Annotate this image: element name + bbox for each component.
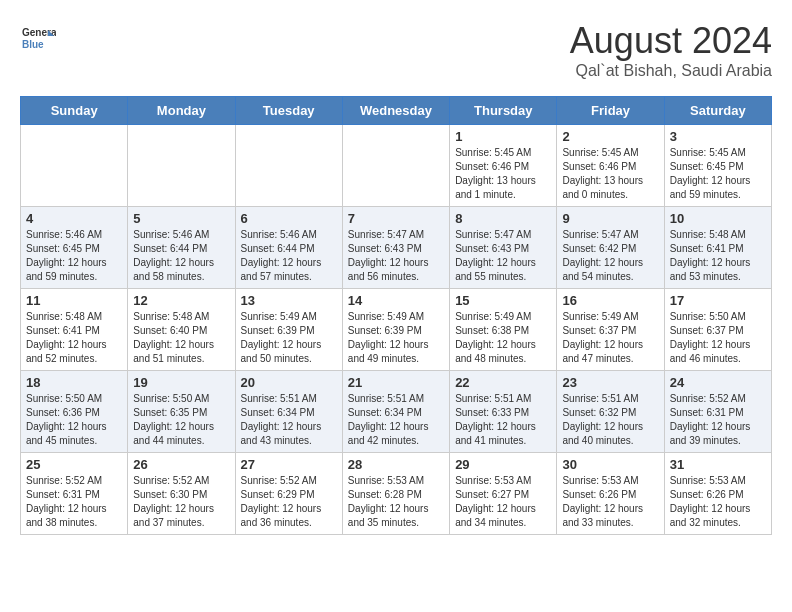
day-info: Sunrise: 5:45 AM Sunset: 6:45 PM Dayligh… xyxy=(670,146,766,202)
day-number: 12 xyxy=(133,293,229,308)
weekday-header-monday: Monday xyxy=(128,97,235,125)
day-cell-4: 4Sunrise: 5:46 AM Sunset: 6:45 PM Daylig… xyxy=(21,207,128,289)
weekday-header-wednesday: Wednesday xyxy=(342,97,449,125)
weekday-header-thursday: Thursday xyxy=(450,97,557,125)
week-row-5: 25Sunrise: 5:52 AM Sunset: 6:31 PM Dayli… xyxy=(21,453,772,535)
day-cell-19: 19Sunrise: 5:50 AM Sunset: 6:35 PM Dayli… xyxy=(128,371,235,453)
day-cell-25: 25Sunrise: 5:52 AM Sunset: 6:31 PM Dayli… xyxy=(21,453,128,535)
day-number: 14 xyxy=(348,293,444,308)
svg-text:General: General xyxy=(22,27,56,38)
day-info: Sunrise: 5:53 AM Sunset: 6:26 PM Dayligh… xyxy=(562,474,658,530)
empty-cell xyxy=(128,125,235,207)
day-info: Sunrise: 5:52 AM Sunset: 6:31 PM Dayligh… xyxy=(26,474,122,530)
day-number: 1 xyxy=(455,129,551,144)
day-info: Sunrise: 5:47 AM Sunset: 6:43 PM Dayligh… xyxy=(455,228,551,284)
day-cell-15: 15Sunrise: 5:49 AM Sunset: 6:38 PM Dayli… xyxy=(450,289,557,371)
day-number: 21 xyxy=(348,375,444,390)
day-number: 30 xyxy=(562,457,658,472)
day-cell-12: 12Sunrise: 5:48 AM Sunset: 6:40 PM Dayli… xyxy=(128,289,235,371)
day-number: 9 xyxy=(562,211,658,226)
weekday-header-friday: Friday xyxy=(557,97,664,125)
day-info: Sunrise: 5:53 AM Sunset: 6:26 PM Dayligh… xyxy=(670,474,766,530)
day-number: 17 xyxy=(670,293,766,308)
day-number: 4 xyxy=(26,211,122,226)
weekday-header-saturday: Saturday xyxy=(664,97,771,125)
day-number: 24 xyxy=(670,375,766,390)
day-cell-17: 17Sunrise: 5:50 AM Sunset: 6:37 PM Dayli… xyxy=(664,289,771,371)
day-number: 13 xyxy=(241,293,337,308)
main-container: General Blue August 2024 Qal`at Bishah, … xyxy=(0,0,792,555)
weekday-header-tuesday: Tuesday xyxy=(235,97,342,125)
day-number: 5 xyxy=(133,211,229,226)
day-cell-10: 10Sunrise: 5:48 AM Sunset: 6:41 PM Dayli… xyxy=(664,207,771,289)
day-number: 2 xyxy=(562,129,658,144)
day-info: Sunrise: 5:51 AM Sunset: 6:32 PM Dayligh… xyxy=(562,392,658,448)
day-cell-24: 24Sunrise: 5:52 AM Sunset: 6:31 PM Dayli… xyxy=(664,371,771,453)
day-cell-28: 28Sunrise: 5:53 AM Sunset: 6:28 PM Dayli… xyxy=(342,453,449,535)
day-cell-9: 9Sunrise: 5:47 AM Sunset: 6:42 PM Daylig… xyxy=(557,207,664,289)
day-number: 28 xyxy=(348,457,444,472)
svg-rect-0 xyxy=(20,20,56,56)
day-info: Sunrise: 5:48 AM Sunset: 6:41 PM Dayligh… xyxy=(26,310,122,366)
day-info: Sunrise: 5:49 AM Sunset: 6:38 PM Dayligh… xyxy=(455,310,551,366)
day-cell-18: 18Sunrise: 5:50 AM Sunset: 6:36 PM Dayli… xyxy=(21,371,128,453)
day-number: 16 xyxy=(562,293,658,308)
week-row-1: 1Sunrise: 5:45 AM Sunset: 6:46 PM Daylig… xyxy=(21,125,772,207)
day-info: Sunrise: 5:48 AM Sunset: 6:40 PM Dayligh… xyxy=(133,310,229,366)
day-number: 7 xyxy=(348,211,444,226)
location: Qal`at Bishah, Saudi Arabia xyxy=(570,62,772,80)
day-cell-30: 30Sunrise: 5:53 AM Sunset: 6:26 PM Dayli… xyxy=(557,453,664,535)
day-cell-16: 16Sunrise: 5:49 AM Sunset: 6:37 PM Dayli… xyxy=(557,289,664,371)
day-cell-6: 6Sunrise: 5:46 AM Sunset: 6:44 PM Daylig… xyxy=(235,207,342,289)
day-number: 10 xyxy=(670,211,766,226)
day-info: Sunrise: 5:47 AM Sunset: 6:43 PM Dayligh… xyxy=(348,228,444,284)
day-cell-26: 26Sunrise: 5:52 AM Sunset: 6:30 PM Dayli… xyxy=(128,453,235,535)
day-info: Sunrise: 5:46 AM Sunset: 6:44 PM Dayligh… xyxy=(241,228,337,284)
day-info: Sunrise: 5:48 AM Sunset: 6:41 PM Dayligh… xyxy=(670,228,766,284)
day-number: 26 xyxy=(133,457,229,472)
day-info: Sunrise: 5:45 AM Sunset: 6:46 PM Dayligh… xyxy=(455,146,551,202)
day-number: 31 xyxy=(670,457,766,472)
day-info: Sunrise: 5:51 AM Sunset: 6:34 PM Dayligh… xyxy=(241,392,337,448)
day-number: 25 xyxy=(26,457,122,472)
day-cell-7: 7Sunrise: 5:47 AM Sunset: 6:43 PM Daylig… xyxy=(342,207,449,289)
day-info: Sunrise: 5:49 AM Sunset: 6:37 PM Dayligh… xyxy=(562,310,658,366)
svg-text:Blue: Blue xyxy=(22,39,44,50)
day-info: Sunrise: 5:45 AM Sunset: 6:46 PM Dayligh… xyxy=(562,146,658,202)
day-number: 23 xyxy=(562,375,658,390)
day-number: 11 xyxy=(26,293,122,308)
title-area: August 2024 Qal`at Bishah, Saudi Arabia xyxy=(570,20,772,80)
day-info: Sunrise: 5:50 AM Sunset: 6:36 PM Dayligh… xyxy=(26,392,122,448)
day-cell-2: 2Sunrise: 5:45 AM Sunset: 6:46 PM Daylig… xyxy=(557,125,664,207)
day-cell-8: 8Sunrise: 5:47 AM Sunset: 6:43 PM Daylig… xyxy=(450,207,557,289)
calendar-table: SundayMondayTuesdayWednesdayThursdayFrid… xyxy=(20,96,772,535)
month-title: August 2024 xyxy=(570,20,772,62)
day-info: Sunrise: 5:46 AM Sunset: 6:44 PM Dayligh… xyxy=(133,228,229,284)
day-cell-27: 27Sunrise: 5:52 AM Sunset: 6:29 PM Dayli… xyxy=(235,453,342,535)
day-info: Sunrise: 5:49 AM Sunset: 6:39 PM Dayligh… xyxy=(241,310,337,366)
day-info: Sunrise: 5:52 AM Sunset: 6:29 PM Dayligh… xyxy=(241,474,337,530)
day-number: 19 xyxy=(133,375,229,390)
day-cell-1: 1Sunrise: 5:45 AM Sunset: 6:46 PM Daylig… xyxy=(450,125,557,207)
day-cell-14: 14Sunrise: 5:49 AM Sunset: 6:39 PM Dayli… xyxy=(342,289,449,371)
day-info: Sunrise: 5:51 AM Sunset: 6:33 PM Dayligh… xyxy=(455,392,551,448)
day-info: Sunrise: 5:47 AM Sunset: 6:42 PM Dayligh… xyxy=(562,228,658,284)
day-number: 20 xyxy=(241,375,337,390)
day-number: 15 xyxy=(455,293,551,308)
empty-cell xyxy=(235,125,342,207)
day-cell-29: 29Sunrise: 5:53 AM Sunset: 6:27 PM Dayli… xyxy=(450,453,557,535)
weekday-header-sunday: Sunday xyxy=(21,97,128,125)
day-info: Sunrise: 5:53 AM Sunset: 6:27 PM Dayligh… xyxy=(455,474,551,530)
empty-cell xyxy=(342,125,449,207)
day-cell-22: 22Sunrise: 5:51 AM Sunset: 6:33 PM Dayli… xyxy=(450,371,557,453)
day-number: 29 xyxy=(455,457,551,472)
day-cell-13: 13Sunrise: 5:49 AM Sunset: 6:39 PM Dayli… xyxy=(235,289,342,371)
day-number: 6 xyxy=(241,211,337,226)
day-cell-3: 3Sunrise: 5:45 AM Sunset: 6:45 PM Daylig… xyxy=(664,125,771,207)
week-row-3: 11Sunrise: 5:48 AM Sunset: 6:41 PM Dayli… xyxy=(21,289,772,371)
day-cell-11: 11Sunrise: 5:48 AM Sunset: 6:41 PM Dayli… xyxy=(21,289,128,371)
logo: General Blue xyxy=(20,20,62,56)
day-info: Sunrise: 5:51 AM Sunset: 6:34 PM Dayligh… xyxy=(348,392,444,448)
empty-cell xyxy=(21,125,128,207)
day-info: Sunrise: 5:50 AM Sunset: 6:37 PM Dayligh… xyxy=(670,310,766,366)
